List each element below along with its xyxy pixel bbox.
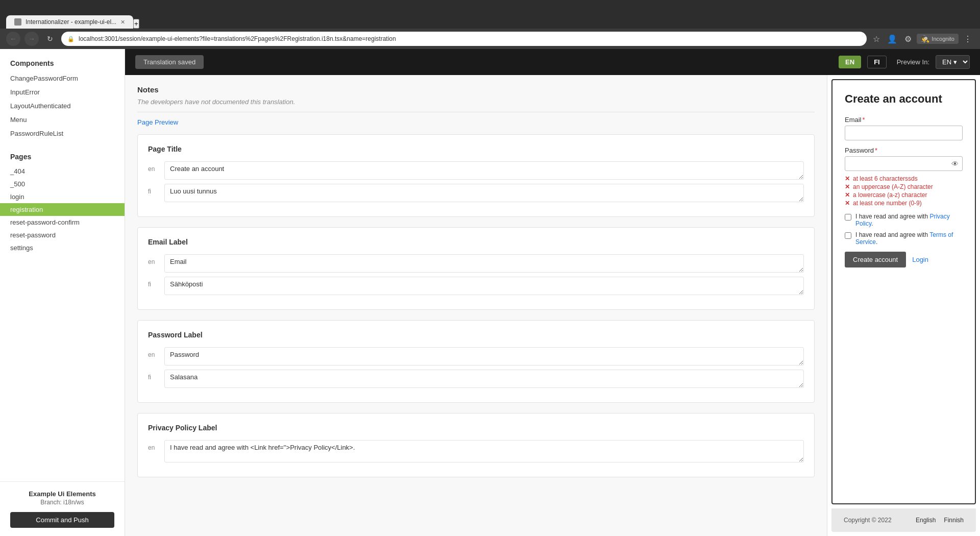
- sidebar-item-registration[interactable]: registration: [0, 203, 125, 216]
- email-required-star: *: [863, 116, 865, 124]
- back-button[interactable]: ←: [6, 32, 20, 46]
- notes-section: Notes The developers have not documented…: [137, 85, 815, 126]
- footer-links: English Finnish: [916, 517, 964, 524]
- email-label-en-input[interactable]: [164, 254, 804, 273]
- privacy-policy-block-title: Privacy Policy Label: [148, 424, 804, 432]
- address-bar[interactable]: 🔒 localhost:3001/session/example-ui-elem…: [61, 32, 867, 46]
- password-label-block-title: Password Label: [148, 331, 804, 339]
- sidebar-item-login[interactable]: login: [0, 190, 125, 203]
- incognito-icon: 🕵: [921, 35, 929, 43]
- extensions-button[interactable]: ⚙: [902, 32, 914, 46]
- lang-en-button[interactable]: EN: [839, 56, 861, 68]
- lock-icon: 🔒: [67, 36, 75, 42]
- eye-icon[interactable]: 👁: [951, 160, 959, 168]
- footer-copyright: Copyright © 2022: [844, 517, 892, 524]
- commit-push-button[interactable]: Commit and Push: [10, 512, 114, 528]
- preview-title: Create an account: [845, 92, 963, 106]
- page-preview-link[interactable]: Page Preview: [137, 118, 178, 126]
- privacy-policy-en-input[interactable]: [164, 440, 804, 462]
- password-input[interactable]: [845, 156, 963, 171]
- app-name: Example Ui Elements: [10, 490, 114, 498]
- en-label-4: en: [148, 440, 160, 451]
- sidebar-item-layout-auth[interactable]: LayoutAuthenticated: [0, 99, 125, 113]
- privacy-policy-block: Privacy Policy Label en: [137, 413, 815, 477]
- val-text-3: at least one number (0-9): [853, 200, 922, 207]
- page-title-en-input[interactable]: [164, 161, 804, 180]
- en-label: en: [148, 161, 160, 173]
- incognito-badge: 🕵 Incognito: [917, 34, 959, 44]
- fi-label-3: fi: [148, 370, 160, 381]
- incognito-label: Incognito: [932, 36, 954, 42]
- password-label-fi-input[interactable]: [164, 370, 804, 388]
- terms-checkbox[interactable]: [845, 232, 851, 239]
- email-form-label: Email *: [845, 116, 963, 124]
- validation-item-2: ✕ a lowercase (a-z) character: [845, 191, 963, 199]
- branch-label: Branch:: [40, 499, 61, 506]
- preview-card: Create an account Email * Password * 👁: [831, 79, 976, 504]
- forward-button[interactable]: →: [24, 32, 39, 46]
- val-text-1: an uppercase (A-Z) character: [853, 183, 933, 190]
- terms-row: I have read and agree with Terms of Serv…: [845, 231, 963, 246]
- val-x-2: ✕: [845, 191, 850, 199]
- browser-nav: ← → ↻ 🔒 localhost:3001/session/example-u…: [0, 29, 980, 49]
- browser-tabs: Internationalizer - example-ui-el... ✕ +: [6, 0, 139, 29]
- sidebar: Components ChangePasswordForm InputError…: [0, 49, 125, 536]
- sidebar-item-404[interactable]: _404: [0, 165, 125, 178]
- val-text-2: a lowercase (a-z) character: [853, 191, 927, 199]
- preview-panel: Create an account Email * Password * 👁: [827, 75, 980, 536]
- email-label-block: Email Label en fi: [137, 227, 815, 310]
- pages-list: _404 _500 login registration reset-passw…: [0, 165, 125, 254]
- fi-label: fi: [148, 184, 160, 195]
- top-bar: Translation saved EN FI Preview In: EN ▾…: [125, 49, 980, 75]
- refresh-button[interactable]: ↻: [43, 32, 57, 46]
- sidebar-item-reset-confirm[interactable]: reset-password-confirm: [0, 216, 125, 229]
- menu-button[interactable]: ⋮: [962, 32, 974, 46]
- app-layout: Components ChangePasswordForm InputError…: [0, 49, 980, 536]
- password-label-block: Password Label en fi: [137, 320, 815, 403]
- new-tab-button[interactable]: +: [133, 19, 139, 29]
- preview-in-label: Preview In:: [897, 58, 929, 66]
- sidebar-item-500[interactable]: _500: [0, 178, 125, 190]
- components-list: ChangePasswordForm InputError LayoutAuth…: [0, 71, 125, 140]
- email-label-fi-input[interactable]: [164, 277, 804, 295]
- tab-title: Internationalizer - example-ui-el...: [26, 18, 116, 26]
- profile-button[interactable]: 👤: [885, 32, 899, 46]
- branch-name: i18n/ws: [63, 499, 84, 506]
- translation-saved-badge: Translation saved: [135, 55, 204, 69]
- main-area: Translation saved EN FI Preview In: EN ▾…: [125, 49, 980, 536]
- sidebar-item-change-password[interactable]: ChangePasswordForm: [0, 71, 125, 85]
- val-x-1: ✕: [845, 183, 850, 190]
- footer-finnish-link[interactable]: Finnish: [944, 517, 964, 524]
- password-label-en-input[interactable]: [164, 347, 804, 366]
- page-title-fi-input[interactable]: [164, 184, 804, 202]
- sidebar-item-settings[interactable]: settings: [0, 241, 125, 254]
- login-link[interactable]: Login: [912, 256, 928, 263]
- active-tab[interactable]: Internationalizer - example-ui-el... ✕: [6, 15, 133, 29]
- privacy-checkbox[interactable]: [845, 214, 851, 221]
- validation-item-3: ✕ at least one number (0-9): [845, 200, 963, 207]
- sidebar-item-password-rule[interactable]: PasswordRuleList: [0, 127, 125, 140]
- validation-item-0: ✕ at least 6 characterssds: [845, 175, 963, 182]
- components-section-title: Components: [0, 49, 125, 71]
- privacy-text: I have read and agree with Privacy Polic…: [855, 213, 963, 227]
- email-input[interactable]: [845, 126, 963, 140]
- notes-text: The developers have not documented this …: [137, 98, 815, 106]
- bookmark-button[interactable]: ☆: [871, 32, 882, 46]
- sidebar-item-menu[interactable]: Menu: [0, 113, 125, 127]
- footer-english-link[interactable]: English: [916, 517, 936, 524]
- close-tab-icon[interactable]: ✕: [120, 19, 125, 26]
- sidebar-item-reset-password[interactable]: reset-password: [0, 229, 125, 241]
- lang-fi-button[interactable]: FI: [867, 56, 887, 68]
- url-text: localhost:3001/session/example-ui-elemen…: [79, 35, 861, 42]
- sidebar-bottom: Example Ui Elements Branch: i18n/ws Comm…: [0, 481, 125, 536]
- terms-text: I have read and agree with Terms of Serv…: [855, 231, 963, 246]
- password-wrapper: 👁: [845, 156, 963, 171]
- sidebar-item-input-error[interactable]: InputError: [0, 85, 125, 99]
- preview-lang-select[interactable]: EN ▾ FI: [936, 55, 970, 69]
- validation-list: ✕ at least 6 characterssds ✕ an uppercas…: [845, 175, 963, 207]
- email-label-en-row: en: [148, 254, 804, 273]
- en-label-3: en: [148, 347, 160, 358]
- create-account-button[interactable]: Create account: [845, 252, 906, 267]
- branch-info: Branch: i18n/ws: [10, 499, 114, 506]
- page-title-fi-row: fi: [148, 184, 804, 202]
